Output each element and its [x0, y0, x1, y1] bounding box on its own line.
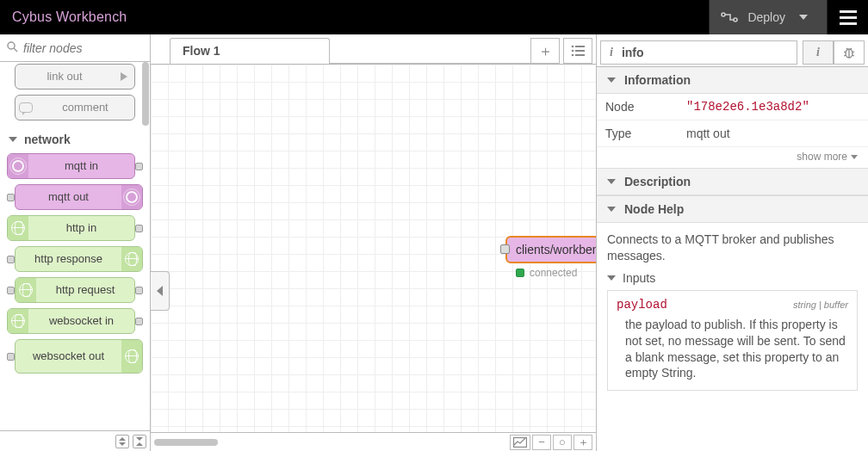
list-flows-button[interactable]: [563, 38, 592, 64]
section-node-help[interactable]: Node Help: [597, 195, 868, 223]
expand-all-button[interactable]: [133, 435, 146, 448]
status-text: connected: [530, 267, 577, 279]
svg-rect-7: [575, 50, 585, 52]
palette-node-http-request[interactable]: http request: [15, 277, 135, 303]
show-more-link[interactable]: show more: [597, 147, 868, 168]
node-input-port[interactable]: [500, 244, 510, 254]
search-icon: [7, 41, 18, 55]
section-label: Information: [624, 73, 691, 87]
chevron-down-icon: [607, 179, 616, 184]
zoom-in-button[interactable]: ＋: [574, 435, 592, 450]
deploy-label: Deploy: [747, 10, 785, 24]
category-network[interactable]: network: [9, 133, 143, 146]
port-icon: [135, 225, 143, 232]
palette-node-http-in[interactable]: http in: [7, 215, 135, 241]
add-flow-button[interactable]: ＋: [530, 38, 560, 64]
mqtt-icon: [8, 154, 28, 178]
section-inputs[interactable]: Inputs: [597, 268, 868, 290]
globe-icon: [121, 340, 142, 373]
workspace: Flow 1 ＋ clients/workbench: [151, 34, 596, 451]
section-information[interactable]: Information: [597, 67, 868, 94]
filter-input[interactable]: [23, 41, 135, 55]
port-icon: [135, 287, 143, 294]
svg-line-17: [846, 48, 848, 50]
svg-line-13: [844, 52, 846, 53]
palette-node-link-out[interactable]: link out: [15, 64, 135, 90]
navigator-button[interactable]: [510, 435, 530, 450]
port-icon: [7, 256, 15, 263]
mqtt-icon: [121, 185, 142, 209]
sidebar-tab-info[interactable]: i info: [600, 40, 797, 65]
svg-point-0: [722, 13, 725, 16]
horizontal-scrollbar[interactable]: [154, 438, 508, 447]
chevron-down-icon: [607, 77, 616, 83]
svg-rect-9: [575, 54, 585, 56]
palette-node-websocket-in[interactable]: websocket in: [7, 308, 135, 334]
info-value-type: mqtt out: [681, 120, 868, 146]
svg-line-18: [851, 48, 852, 50]
sidebar-tab-label: info: [622, 46, 644, 59]
property-description: the payload to publish. If this property…: [617, 317, 848, 382]
svg-point-1: [734, 18, 737, 22]
section-description[interactable]: Description: [597, 168, 868, 195]
section-label: Description: [624, 175, 691, 188]
workspace-footer: − ○ ＋: [151, 432, 596, 451]
sidebar-tab-bar: i info i: [597, 38, 868, 67]
svg-rect-5: [575, 46, 585, 47]
zoom-out-button[interactable]: −: [532, 435, 551, 450]
globe-icon: [8, 216, 28, 240]
svg-line-14: [844, 55, 846, 56]
palette-toggle-button[interactable]: [151, 271, 170, 311]
node-label: comment: [36, 102, 134, 114]
info-key: Type: [597, 120, 681, 146]
chevron-down-icon: [851, 155, 858, 159]
info-row-type: Type mqtt out: [597, 120, 868, 147]
comment-icon: [16, 96, 36, 120]
svg-line-16: [852, 55, 855, 56]
canvas-node-mqtt-out[interactable]: clients/workbench connected: [505, 236, 596, 263]
section-label: Inputs: [623, 271, 655, 285]
main-menu-button[interactable]: [827, 0, 868, 34]
chevron-down-icon: [607, 275, 616, 281]
sidebar-debug-button[interactable]: [834, 40, 865, 65]
flow-tab[interactable]: Flow 1: [170, 38, 330, 64]
port-icon: [135, 318, 143, 325]
palette-node-http-response[interactable]: http response: [15, 246, 143, 272]
palette-scrollbar[interactable]: [142, 62, 149, 126]
palette-list[interactable]: link out comment network: [0, 62, 150, 430]
zoom-reset-button[interactable]: ○: [553, 435, 572, 450]
node-label: http response: [16, 253, 121, 265]
port-icon: [7, 194, 15, 201]
node-label: mqtt in: [28, 160, 134, 172]
svg-point-8: [572, 54, 574, 57]
status-dot-icon: [516, 269, 524, 277]
port-icon: [7, 287, 15, 294]
node-label: mqtt out: [16, 191, 121, 203]
section-label: Node Help: [624, 202, 684, 216]
property-type: string | buffer: [793, 300, 848, 310]
palette-filter: [0, 34, 150, 62]
info-key: Node: [597, 94, 681, 120]
property-name: payload: [617, 298, 667, 312]
sidebar: i info i Information Node "178e2e6.1e3a8…: [596, 34, 868, 451]
node-label: link out: [16, 71, 114, 83]
node-label: http request: [36, 284, 134, 296]
info-row-node: Node "178e2e6.1e3a8d2": [597, 94, 868, 120]
palette-node-mqtt-in[interactable]: mqtt in: [7, 153, 135, 179]
port-icon: [135, 163, 143, 170]
link-out-icon: [114, 65, 134, 89]
svg-line-15: [852, 52, 855, 53]
palette-node-websocket-out[interactable]: websocket out: [15, 339, 143, 374]
input-property: payload string | buffer the payload to p…: [607, 290, 858, 392]
collapse-all-button[interactable]: [115, 435, 129, 448]
svg-point-6: [572, 50, 574, 53]
svg-point-2: [8, 42, 15, 49]
palette-footer: [0, 430, 150, 451]
flow-canvas[interactable]: clients/workbench connected: [151, 65, 596, 432]
node-help-text: Connects to a MQTT broker and publishes …: [597, 223, 868, 268]
category-label: network: [24, 133, 71, 146]
palette-node-comment[interactable]: comment: [15, 95, 135, 120]
sidebar-info-button[interactable]: i: [803, 40, 834, 65]
deploy-button[interactable]: Deploy: [709, 0, 827, 34]
palette-node-mqtt-out[interactable]: mqtt out: [15, 184, 143, 210]
